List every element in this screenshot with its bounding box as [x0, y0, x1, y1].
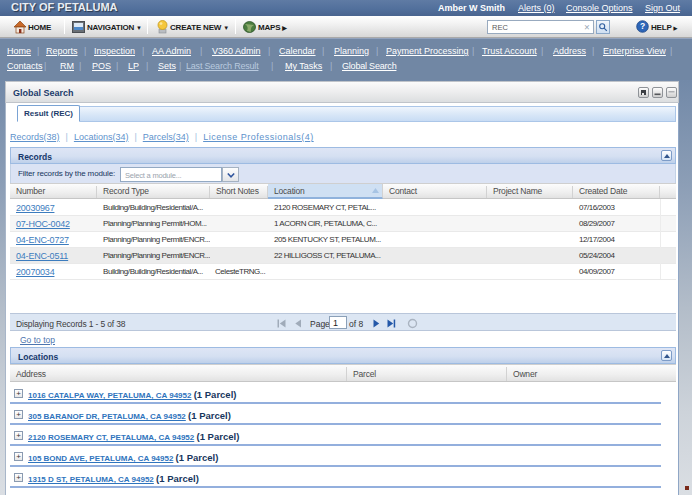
- svg-text:?: ?: [640, 21, 645, 31]
